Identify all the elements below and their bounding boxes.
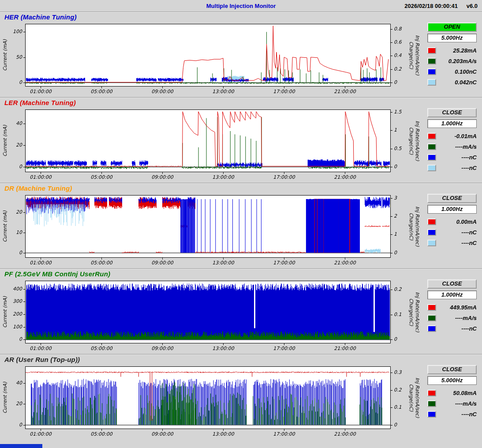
panel-ler-titlebar: LER (Machine Tuning) bbox=[0, 97, 482, 107]
ar-shutter-status-button[interactable]: CLOSE bbox=[427, 365, 477, 374]
panel-title: DR (Machine Tuning) bbox=[4, 184, 72, 192]
her-shutter-status-button[interactable]: OPEN bbox=[427, 23, 477, 32]
panel-title: PF (2.5GeV MB ContInj UserRun) bbox=[4, 270, 110, 278]
inj-rate-value: 0.203mA/s bbox=[436, 58, 477, 64]
panel-ler: LER (Machine Tuning) CLOSE 1.000Hz -0.01… bbox=[0, 97, 482, 183]
charge-color-swatch bbox=[427, 411, 436, 418]
legend-row: ----mA/s bbox=[427, 312, 477, 323]
ar-strip-chart bbox=[0, 364, 422, 440]
dr-shutter-status-button[interactable]: CLOSE bbox=[427, 194, 477, 203]
inj-rate-color-swatch bbox=[427, 400, 436, 407]
panel-pf: PF (2.5GeV MB ContInj UserRun) CLOSE 1.0… bbox=[0, 268, 482, 354]
bottom-blue-box bbox=[0, 444, 42, 448]
charge2-color-swatch bbox=[427, 240, 436, 246]
her-strip-chart bbox=[0, 21, 422, 97]
current-value: 50.08mA bbox=[436, 390, 477, 396]
current-color-swatch bbox=[427, 390, 436, 396]
her-legend: 25.28mA 0.203mA/s 0.100nC 0.042nC bbox=[427, 45, 477, 87]
legend-row: 449.95mA bbox=[427, 302, 477, 312]
legend-row: ----mA/s bbox=[427, 141, 477, 152]
current-color-swatch bbox=[427, 218, 436, 225]
dr-side-panel: CLOSE 1.000Hz 0.00mA ----nC ----nC bbox=[422, 192, 482, 268]
legend-row: 0.042nC bbox=[427, 77, 477, 87]
legend-row: ----nC bbox=[427, 162, 477, 173]
header: Multiple Injection Monitor 2026/02/18 00… bbox=[0, 0, 482, 11]
legend-row: 50.08mA bbox=[427, 388, 477, 398]
inj-rate-color-swatch bbox=[427, 143, 436, 150]
ar-legend: 50.08mA ----mA/s ----nC bbox=[427, 388, 477, 419]
pf-shutter-status-button[interactable]: CLOSE bbox=[427, 279, 477, 289]
legend-row: ----nC bbox=[427, 237, 477, 248]
her-side-panel: OPEN 5.000Hz 25.28mA 0.203mA/s 0.100nC 0 bbox=[422, 21, 482, 97]
current-color-swatch bbox=[427, 133, 436, 139]
panel-title: AR (User Run (Top-up)) bbox=[4, 356, 80, 363]
inj-rate-color-swatch bbox=[427, 58, 436, 64]
charge2-color-swatch bbox=[427, 79, 436, 86]
ler-shutter-status-button[interactable]: CLOSE bbox=[427, 108, 477, 117]
legend-row: ----nC bbox=[427, 323, 477, 334]
inj-rate-value: ----mA/s bbox=[436, 143, 477, 150]
version: v6.0 bbox=[467, 3, 478, 9]
her-injection-rate-display: 5.000Hz bbox=[427, 34, 477, 42]
pf-injection-rate-display: 1.000Hz bbox=[427, 290, 477, 299]
legend-row: 0.100nC bbox=[427, 66, 477, 77]
legend-row: ----nC bbox=[427, 227, 477, 237]
legend-row: -0.01mA bbox=[427, 131, 477, 141]
ar-injection-rate-display: 5.000Hz bbox=[427, 376, 477, 385]
legend-row: ----nC bbox=[427, 152, 477, 162]
charge-value: ----nC bbox=[436, 154, 477, 161]
bottom-strip bbox=[0, 440, 482, 448]
panel-dr: DR (Machine Tuning) CLOSE 1.000Hz 0.00mA… bbox=[0, 183, 482, 268]
current-value: 25.28mA bbox=[436, 47, 477, 54]
header-datetime-version: 2026/02/18 00:00:41 v6.0 bbox=[404, 3, 478, 9]
inj-rate-color-swatch bbox=[427, 315, 436, 321]
charge-color-swatch bbox=[427, 154, 436, 161]
inj-rate-value: ----mA/s bbox=[436, 315, 477, 321]
pf-strip-chart bbox=[0, 278, 422, 354]
current-color-swatch bbox=[427, 47, 436, 54]
panel-pf-titlebar: PF (2.5GeV MB ContInj UserRun) bbox=[0, 268, 482, 278]
current-color-swatch bbox=[427, 304, 436, 311]
current-value: 449.95mA bbox=[436, 304, 477, 311]
current-value: -0.01mA bbox=[436, 133, 477, 139]
charge-color-swatch bbox=[427, 68, 436, 75]
inj-rate-value: ----mA/s bbox=[436, 400, 477, 407]
pf-legend: 449.95mA ----mA/s ----nC bbox=[427, 302, 477, 334]
charge-value: 0.100nC bbox=[436, 68, 477, 75]
legend-row: ----nC bbox=[427, 409, 477, 419]
charge-color-swatch bbox=[427, 229, 436, 236]
dr-injection-rate-display: 1.000Hz bbox=[427, 205, 477, 214]
charge2-value: 0.042nC bbox=[436, 79, 477, 86]
panel-dr-titlebar: DR (Machine Tuning) bbox=[0, 183, 482, 192]
charge2-color-swatch bbox=[427, 165, 436, 171]
dr-legend: 0.00mA ----nC ----nC bbox=[427, 216, 477, 248]
dr-strip-chart bbox=[0, 192, 422, 268]
panel-title: LER (Machine Tuning) bbox=[4, 99, 76, 106]
charge-value: ----nC bbox=[436, 325, 477, 332]
ler-legend: -0.01mA ----mA/s ----nC ----nC bbox=[427, 131, 477, 173]
panel-her-titlebar: HER (Machine Tuning) bbox=[0, 11, 482, 21]
pf-side-panel: CLOSE 1.000Hz 449.95mA ----mA/s ----nC bbox=[422, 278, 482, 354]
ar-side-panel: CLOSE 5.000Hz 50.08mA ----mA/s ----nC bbox=[422, 364, 482, 440]
current-value: 0.00mA bbox=[436, 218, 477, 225]
panel-title: HER (Machine Tuning) bbox=[4, 13, 77, 21]
legend-row: 25.28mA bbox=[427, 45, 477, 56]
datetime: 2026/02/18 00:00:41 bbox=[404, 3, 458, 9]
ler-side-panel: CLOSE 1.000Hz -0.01mA ----mA/s ----nC -- bbox=[422, 107, 482, 183]
ler-injection-rate-display: 1.000Hz bbox=[427, 119, 477, 128]
charge-value: ----nC bbox=[436, 411, 477, 418]
charge2-value: ----nC bbox=[436, 240, 477, 246]
legend-row: ----mA/s bbox=[427, 398, 477, 409]
panel-ar-titlebar: AR (User Run (Top-up)) bbox=[0, 354, 482, 364]
charge-value: ----nC bbox=[436, 229, 477, 236]
charge-color-swatch bbox=[427, 325, 436, 332]
legend-row: 0.00mA bbox=[427, 216, 477, 227]
panel-her: HER (Machine Tuning) OPEN 5.000Hz 25.28m… bbox=[0, 11, 482, 97]
legend-row: 0.203mA/s bbox=[427, 56, 477, 66]
panel-ar: AR (User Run (Top-up)) CLOSE 5.000Hz 50.… bbox=[0, 354, 482, 440]
ler-strip-chart bbox=[0, 107, 422, 183]
charge2-value: ----nC bbox=[436, 165, 477, 171]
